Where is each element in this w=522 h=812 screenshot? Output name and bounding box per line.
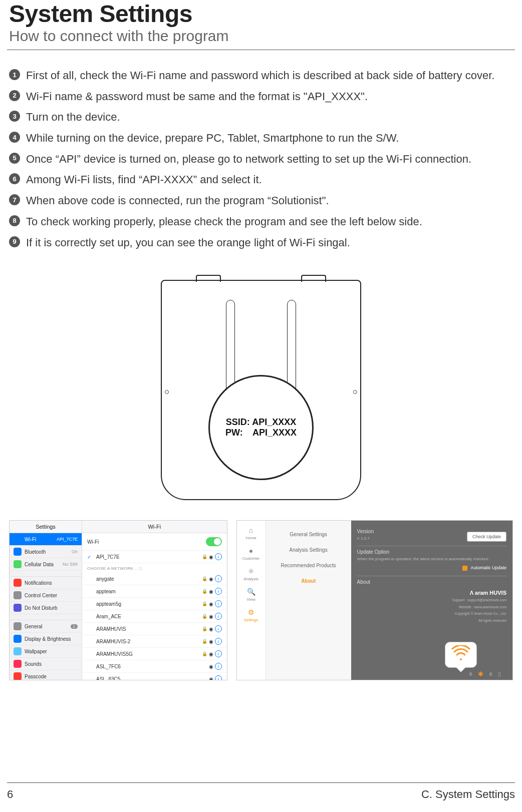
app-nav-item[interactable]: ⚙Settings bbox=[244, 608, 258, 622]
network-name: ASL_83C5 bbox=[96, 676, 206, 681]
info-icon[interactable]: i bbox=[215, 553, 222, 560]
badge-icon: 1 bbox=[71, 624, 78, 629]
wifi-signal-icon: ◉ bbox=[209, 576, 213, 582]
wifi-network-row[interactable]: anygate🔒◉i bbox=[82, 573, 227, 585]
settings-sidebar-item[interactable]: BluetoothOn bbox=[10, 546, 82, 558]
connected-network-row[interactable]: ✓ API_7C7E 🔒 ◉ i bbox=[82, 551, 227, 563]
settings-section-link[interactable]: General Settings bbox=[266, 527, 351, 542]
settings-item-icon bbox=[14, 535, 22, 543]
pw-value: PW: API_XXXX bbox=[225, 428, 297, 438]
info-icon[interactable]: i bbox=[215, 638, 222, 645]
wifi-network-row[interactable]: ARAMHUVIS🔒◉i bbox=[82, 623, 227, 635]
battery-icon: ▯ bbox=[498, 671, 501, 677]
settings-item-label: Bluetooth bbox=[25, 549, 69, 555]
copyright-text: Copyright © Aram Huvis Co., Ltd. bbox=[357, 611, 506, 616]
settings-item-label: Do Not Disturb bbox=[25, 605, 78, 611]
instruction-step: 7When above code is connected, run the p… bbox=[9, 193, 513, 208]
info-icon[interactable]: i bbox=[215, 650, 222, 657]
settings-item-label: Wallpaper bbox=[25, 649, 78, 654]
lock-icon: 🔒 bbox=[202, 626, 207, 631]
app-settings-screenshot: ⌂Home●Customer⚛Analysis🔍View⚙Settings Ge… bbox=[236, 520, 513, 680]
instruction-step: 6Among Wi-Fi lists, find “API-XXXX” and … bbox=[9, 172, 513, 187]
brand-logo: Λ aram HUVIS bbox=[357, 590, 506, 596]
info-icon[interactable]: i bbox=[215, 613, 222, 620]
step-text: Wi-Fi name & password must be same and t… bbox=[26, 89, 368, 104]
info-icon[interactable]: i bbox=[215, 575, 222, 582]
app-nav-item[interactable]: ⌂Home bbox=[245, 526, 256, 540]
settings-sidebar-item[interactable]: Control Center bbox=[10, 589, 82, 602]
screenshots-row: Settings Wi-FiAPI_7C7EBluetoothOnCellula… bbox=[0, 520, 522, 680]
nav-label: Analysis bbox=[243, 577, 258, 581]
settings-header: Settings bbox=[10, 521, 82, 533]
lock-icon: 🔒 bbox=[202, 554, 207, 559]
nav-label: Settings bbox=[244, 618, 258, 622]
nav-icon: ⚛ bbox=[246, 567, 255, 576]
network-name: ARAMHUVIS-2 bbox=[96, 639, 199, 644]
step-text: Turn on the device. bbox=[26, 110, 120, 125]
info-icon[interactable]: i bbox=[215, 675, 222, 680]
network-name: ARAMHUVIS5G bbox=[96, 651, 199, 657]
network-name: ARAMHUVIS bbox=[96, 626, 199, 632]
info-icon[interactable]: i bbox=[215, 600, 222, 607]
settings-sidebar-item[interactable]: General1 bbox=[10, 620, 82, 633]
settings-item-label: Passcode bbox=[25, 674, 78, 679]
wifi-signal-icon: ◉ bbox=[209, 601, 213, 607]
wifi-signal-icon: ◉ bbox=[209, 554, 213, 560]
update-option-header: Update Option bbox=[357, 549, 506, 555]
settings-sidebar-item[interactable]: Cellular DataNo SIM bbox=[10, 558, 82, 571]
step-number-badge: 9 bbox=[9, 236, 20, 247]
app-nav-item[interactable]: ⚛Analysis bbox=[243, 567, 258, 581]
choose-network-header: CHOOSE A NETWORK... ◌ bbox=[82, 563, 227, 573]
wifi-network-row[interactable]: appteam🔒◉i bbox=[82, 585, 227, 598]
status-bar-icons: ⋔ ✱ ⋔ ▯ bbox=[468, 670, 501, 678]
wifi-network-row[interactable]: ASL_83C5◉i bbox=[82, 673, 227, 680]
step-number-badge: 7 bbox=[9, 194, 20, 205]
settings-sidebar-item[interactable]: Do Not Disturb bbox=[10, 602, 82, 614]
wifi-network-row[interactable]: Aram_ACE🔒◉i bbox=[82, 610, 227, 623]
settings-sidebar-item[interactable]: Sounds bbox=[10, 658, 82, 670]
settings-item-label: Sounds bbox=[25, 661, 78, 667]
step-number-badge: 5 bbox=[9, 153, 20, 164]
settings-item-icon bbox=[14, 579, 22, 587]
steps-list: 1First of all, check the Wi-Fi name and … bbox=[0, 68, 522, 250]
info-icon[interactable]: i bbox=[215, 625, 222, 632]
checkbox-icon[interactable] bbox=[462, 566, 467, 571]
settings-sidebar-item[interactable]: Passcode bbox=[10, 670, 82, 680]
settings-sidebar-item[interactable]: Notifications bbox=[10, 577, 82, 589]
step-number-badge: 4 bbox=[9, 132, 20, 143]
wifi-signal-icon: ◉ bbox=[209, 589, 213, 594]
auto-update-row[interactable]: Automatic Update bbox=[357, 565, 506, 571]
lock-icon: 🔒 bbox=[202, 601, 207, 606]
wifi-signal-callout bbox=[445, 642, 477, 668]
info-icon[interactable]: i bbox=[215, 663, 222, 670]
wifi-status-icon: ⋔ bbox=[468, 671, 473, 677]
step-text: Among Wi-Fi lists, find “API-XXXX” and s… bbox=[26, 172, 262, 187]
wifi-toggle-row[interactable]: Wi-Fi bbox=[82, 533, 227, 551]
lock-icon: 🔒 bbox=[202, 614, 207, 619]
wifi-network-row[interactable]: appteam5g🔒◉i bbox=[82, 598, 227, 610]
ios-settings-screenshot: Settings Wi-FiAPI_7C7EBluetoothOnCellula… bbox=[9, 520, 227, 680]
info-icon[interactable]: i bbox=[215, 588, 222, 595]
wifi-network-row[interactable]: ASL_7FC6◉i bbox=[82, 660, 227, 673]
instruction-step: 3Turn on the device. bbox=[9, 110, 513, 125]
wifi-toggle[interactable] bbox=[206, 537, 222, 546]
settings-sidebar-item[interactable]: Wallpaper bbox=[10, 645, 82, 658]
step-number-badge: 2 bbox=[9, 90, 20, 101]
settings-item-label: Display & Brightness bbox=[25, 636, 78, 642]
wifi-network-row[interactable]: ARAMHUVIS5G🔒◉i bbox=[82, 648, 227, 660]
settings-item-icon bbox=[14, 604, 22, 612]
check-update-button[interactable]: Check Update bbox=[467, 532, 506, 542]
nav-label: Home bbox=[245, 536, 256, 540]
app-nav-item[interactable]: ●Customer bbox=[242, 546, 260, 561]
settings-sidebar-item[interactable]: Wi-FiAPI_7C7E bbox=[10, 533, 82, 546]
page-title: System Settings bbox=[0, 0, 522, 28]
settings-sidebar-item[interactable]: Display & Brightness bbox=[10, 633, 82, 645]
step-number-badge: 8 bbox=[9, 215, 20, 226]
lock-icon: 🔒 bbox=[202, 651, 207, 656]
settings-section-link[interactable]: About bbox=[266, 573, 351, 589]
settings-item-label: Wi-Fi bbox=[25, 537, 54, 542]
app-nav-item[interactable]: 🔍View bbox=[246, 587, 255, 602]
settings-section-link[interactable]: Analysis Settings bbox=[266, 542, 351, 558]
settings-section-link[interactable]: Recommended Products bbox=[266, 558, 351, 573]
wifi-network-row[interactable]: ARAMHUVIS-2🔒◉i bbox=[82, 635, 227, 648]
